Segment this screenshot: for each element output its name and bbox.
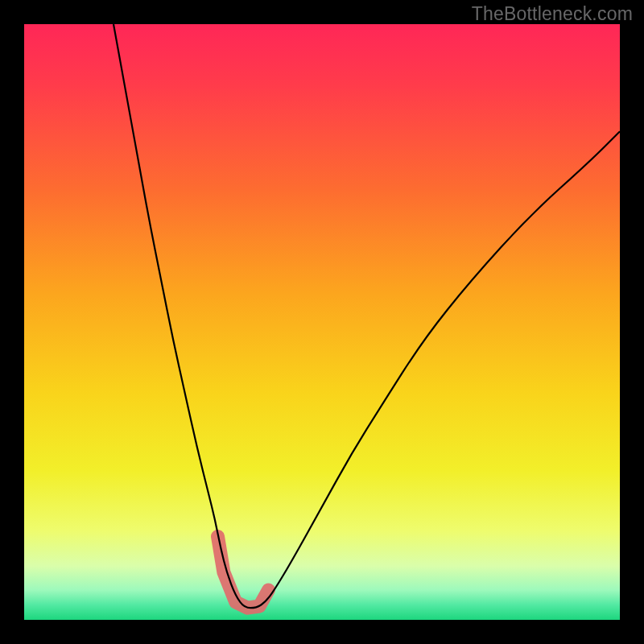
plot-area <box>24 24 620 620</box>
optimal-zone-highlight <box>218 536 269 608</box>
chart-frame: TheBottleneck.com <box>0 0 644 644</box>
curve-layer <box>24 24 620 620</box>
bottleneck-curve <box>114 24 620 608</box>
watermark-text: TheBottleneck.com <box>472 3 633 25</box>
